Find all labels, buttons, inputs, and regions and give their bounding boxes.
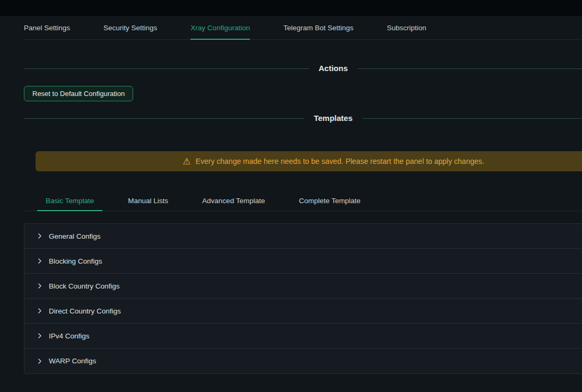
divider-line	[358, 68, 582, 69]
warning-triangle-icon: ⚠	[183, 157, 190, 166]
accordion-block-country-configs[interactable]: Block Country Configs	[24, 274, 582, 299]
chevron-right-icon	[37, 359, 42, 364]
divider-line	[24, 118, 304, 119]
accordion-warp-configs[interactable]: WARP Configs	[24, 349, 582, 373]
tab-panel-settings[interactable]: Panel Settings	[24, 16, 70, 39]
accordion-ipv4-configs[interactable]: IPv4 Configs	[24, 324, 582, 349]
chevron-right-icon	[37, 283, 42, 289]
divider-line	[24, 68, 309, 69]
divider-line	[362, 118, 582, 119]
tab-xray-configuration[interactable]: Xray Configuration	[190, 16, 250, 39]
chevron-right-icon	[37, 333, 42, 338]
settings-tab-bar: Panel Settings Security Settings Xray Co…	[24, 16, 582, 40]
templates-divider: Templates	[24, 112, 582, 124]
accordion-direct-country-configs[interactable]: Direct Country Configs	[24, 299, 582, 324]
accordion-label: WARP Configs	[49, 357, 96, 365]
window-top-bar	[0, 0, 582, 16]
warning-text: Every change made here needs to be saved…	[196, 157, 484, 165]
template-tab-bar: Basic Template Manual Lists Advanced Tem…	[24, 191, 582, 211]
accordion-label: Direct Country Configs	[49, 307, 121, 315]
tab-complete-template[interactable]: Complete Template	[290, 191, 369, 211]
settings-page: Panel Settings Security Settings Xray Co…	[24, 16, 582, 374]
tab-subscription[interactable]: Subscription	[387, 16, 426, 39]
accordion-label: Blocking Configs	[49, 257, 102, 265]
accordion-label: General Configs	[49, 232, 101, 240]
chevron-right-icon	[37, 233, 42, 239]
configs-accordion: General Configs Blocking Configs Block C…	[24, 223, 582, 374]
accordion-general-configs[interactable]: General Configs	[24, 224, 582, 249]
accordion-label: Block Country Configs	[49, 282, 120, 290]
reset-default-config-button[interactable]: Reset to Default Configuration	[24, 86, 133, 101]
chevron-right-icon	[37, 258, 42, 264]
tab-security-settings[interactable]: Security Settings	[103, 16, 157, 39]
actions-row: Reset to Default Configuration	[24, 86, 582, 101]
templates-divider-title: Templates	[304, 112, 362, 124]
accordion-label: IPv4 Configs	[49, 332, 90, 340]
actions-divider-title: Actions	[309, 63, 358, 74]
tab-advanced-template[interactable]: Advanced Template	[194, 191, 273, 211]
tab-basic-template[interactable]: Basic Template	[37, 191, 102, 211]
chevron-right-icon	[37, 308, 42, 313]
restart-warning-alert: ⚠ Every change made here needs to be sav…	[36, 151, 582, 171]
tab-manual-lists[interactable]: Manual Lists	[119, 191, 177, 211]
tab-telegram-bot-settings[interactable]: Telegram Bot Settings	[283, 16, 353, 39]
accordion-blocking-configs[interactable]: Blocking Configs	[24, 249, 582, 274]
actions-divider: Actions	[24, 63, 582, 74]
